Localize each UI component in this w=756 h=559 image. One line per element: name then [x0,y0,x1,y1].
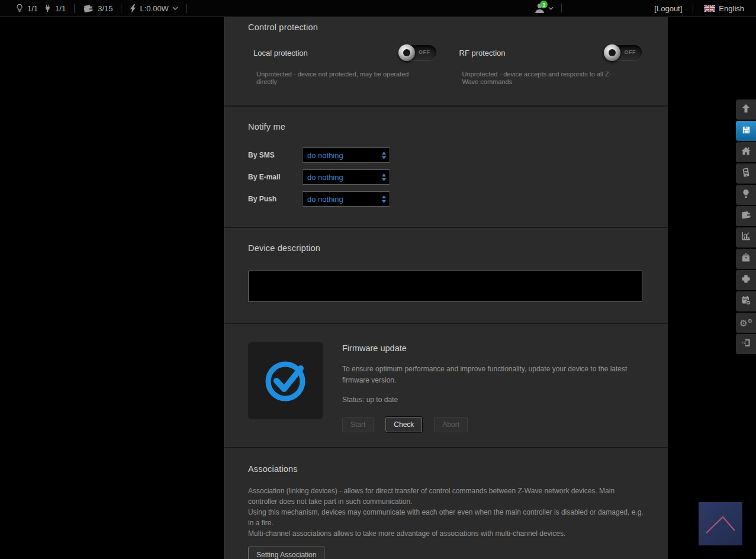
load-status[interactable]: L:0.00W [130,4,178,13]
analytics-button[interactable] [736,227,756,248]
local-protection-toggle[interactable]: OFF [399,45,436,60]
logout-link[interactable]: [Logout] [654,4,682,13]
device-settings-panel: Control protection Local protection OFF … [224,17,668,559]
scenes-button[interactable] [736,206,756,226]
firmware-status-card [248,342,323,419]
settings-button[interactable]: ⚙⚙ [736,313,756,333]
local-protection-label: Local protection [248,49,308,57]
events-button[interactable] [736,291,756,311]
setting-association-button[interactable]: Setting Association [248,547,324,559]
chevron-down-icon [172,7,178,10]
abort-button[interactable]: Abort [434,417,468,432]
scenes-status[interactable]: 3/15 [83,4,112,13]
settings-gears-icon: ⚙⚙ [739,319,752,327]
rf-protection-toggle[interactable]: OFF [604,45,642,60]
toggle-state-label: OFF [625,49,636,55]
load-value: L:0.00W [140,4,168,13]
local-protection-description: Unprotected - device not protected, may … [248,70,409,86]
by-push-select[interactable]: do nothing [302,191,390,207]
arrow-up-icon [741,103,751,116]
section-firmware-update: Firmware update To ensure optimum perfor… [224,323,668,447]
language-label: English [719,4,744,13]
section-device-description: Device description [224,227,668,323]
chart-icon [741,231,751,244]
lightning-icon [130,4,136,13]
toggle-knob [398,44,415,61]
lights-status[interactable]: 1/1 [15,4,38,13]
select-value: do nothing [307,151,343,160]
modules-button[interactable] [736,270,756,290]
scroll-top-button[interactable] [736,99,756,120]
section-notify-me: Notify me By SMS do nothing By E-mail do… [224,105,668,227]
separator [561,4,562,12]
package-icon [741,252,751,265]
plugs-status[interactable]: 1/1 [44,4,66,13]
section-control-protection: Control protection Local protection OFF … [224,17,668,105]
app-screen: 1/1 1/1 3/15 L:0.00W [0,0,756,559]
notify-row-sms: By SMS do nothing [248,147,642,163]
events-check-icon [741,295,751,308]
select-value: do nothing [307,173,343,182]
exit-button[interactable] [736,334,756,354]
section-title: Notify me [248,107,642,131]
toggle-state-label: OFF [419,49,430,55]
section-associations: Associations Association (linking device… [224,447,668,559]
check-circle-icon [262,355,310,407]
device-description-input[interactable] [248,271,642,302]
rf-protection-label: RF protection [454,49,506,57]
user-menu[interactable]: 1 [533,2,554,14]
by-sms-label: By SMS [248,151,302,159]
save-icon [741,125,751,137]
wallet-icon [741,210,752,222]
separator [186,4,187,13]
separator [693,4,693,13]
section-title: Device description [248,228,642,253]
chevron-down-icon [548,7,554,10]
select-arrows-icon [381,151,387,162]
top-bar-status-group: 1/1 1/1 3/15 L:0.00W [0,4,189,13]
start-button[interactable]: Start [342,417,374,432]
user-notification-badge: 1 [540,1,548,8]
devices-button[interactable] [736,185,756,205]
plugs-count: 1/1 [55,4,66,13]
associations-paragraph: Using this mechanism, devices may commun… [248,507,644,528]
scenes-count: 3/15 [98,4,112,13]
puzzle-icon [741,274,751,287]
exit-icon [741,338,751,351]
by-email-label: By E-mail [248,173,302,181]
separator [74,4,75,13]
widgets-icon [741,167,751,180]
notify-row-push: By Push do nothing [248,191,642,207]
by-sms-select[interactable]: do nothing [302,147,390,163]
lightbulb-icon [15,4,24,13]
top-bar-user-group: 1 [Logout] English [533,2,756,14]
save-button[interactable] [736,121,756,141]
select-value: do nothing [307,195,343,204]
widgets-button[interactable] [736,163,756,184]
firmware-update-description: To ensure optimum performance and improv… [342,364,642,386]
home-icon [741,146,751,159]
firmware-status-text: Status: up to date [342,396,642,404]
by-email-select[interactable]: do nothing [302,169,390,185]
wallet-icon [83,4,94,13]
rf-protection-block: RF protection OFF Unprotected - device a… [454,45,642,86]
apps-button[interactable] [736,249,756,269]
rf-protection-description: Unprotected - device accepts and respond… [454,70,623,86]
select-arrows-icon [381,195,387,206]
right-toolbar: ⚙⚙ [736,99,756,354]
section-title: Associations [248,448,642,474]
home-button[interactable] [736,142,756,162]
smart-home-logo [699,502,742,545]
lightbulb-icon [741,189,751,201]
language-selector[interactable]: English [704,4,744,13]
associations-paragraph: Association (linking devices) - allows f… [248,486,644,507]
select-arrows-icon [381,173,387,184]
lights-count: 1/1 [27,4,38,13]
notify-row-email: By E-mail do nothing [248,169,642,185]
top-bar: 1/1 1/1 3/15 L:0.00W [0,0,756,17]
associations-paragraph: Multi-channel associations allows to tak… [248,528,644,539]
local-protection-block: Local protection OFF Unprotected - devic… [248,45,436,86]
uk-flag-icon [704,5,715,12]
by-push-label: By Push [248,195,302,203]
check-button[interactable]: Check [385,417,422,432]
